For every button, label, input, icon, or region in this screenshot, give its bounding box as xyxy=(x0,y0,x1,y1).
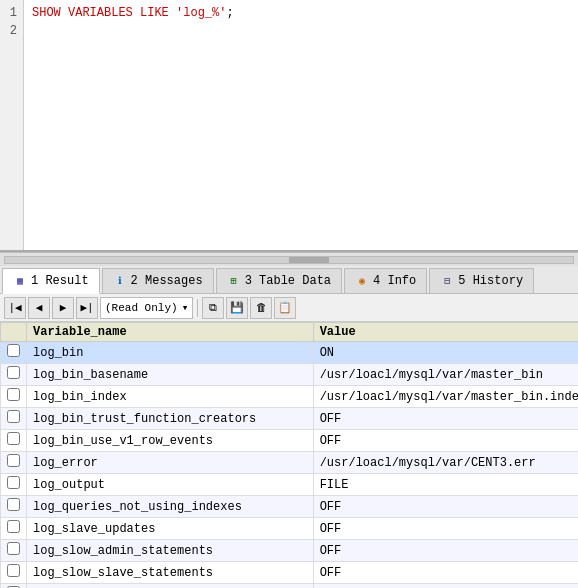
result-table: Variable_name Value log_binONlog_bin_bas… xyxy=(0,322,578,588)
value-cell: 0 xyxy=(313,584,578,589)
table-row[interactable]: log_bin_index/usr/loacl/mysql/var/master… xyxy=(1,386,579,408)
row-checkbox-input[interactable] xyxy=(7,542,20,555)
header-variable-name: Variable_name xyxy=(27,323,314,342)
scroll-thumb[interactable] xyxy=(289,257,329,263)
tab-info[interactable]: ◉ 4 Info xyxy=(344,268,427,293)
tab-history[interactable]: ⊟ 5 History xyxy=(429,268,534,293)
tabs-bar: ▦ 1 Result ℹ 2 Messages ⊞ 3 Table Data ◉… xyxy=(0,266,578,294)
variable-name-cell: log_throttle_queries_not_using_indexes xyxy=(27,584,314,589)
tab-result[interactable]: ▦ 1 Result xyxy=(2,268,100,294)
code-line-1: SHOW VARIABLES LIKE 'log_%'; xyxy=(32,4,570,22)
table-row[interactable]: log_binON xyxy=(1,342,579,364)
tab-history-label: 5 History xyxy=(458,274,523,288)
value-cell: OFF xyxy=(313,540,578,562)
semicolon: ; xyxy=(226,6,233,20)
line-numbers: 1 2 xyxy=(0,0,24,250)
row-checkbox-cell[interactable] xyxy=(1,518,27,540)
string-value: 'log_%' xyxy=(176,6,226,20)
variable-name-cell: log_slow_admin_statements xyxy=(27,540,314,562)
value-cell: OFF xyxy=(313,430,578,452)
row-checkbox-input[interactable] xyxy=(7,520,20,533)
tab-result-label: 1 Result xyxy=(31,274,89,288)
value-cell: /usr/loacl/mysql/var/master_bin.index xyxy=(313,386,578,408)
nav-last-button[interactable]: ▶| xyxy=(76,297,98,319)
table-row[interactable]: log_bin_use_v1_row_eventsOFF xyxy=(1,430,579,452)
row-checkbox-input[interactable] xyxy=(7,344,20,357)
value-cell: OFF xyxy=(313,408,578,430)
edit-mode-value: (Read Only) xyxy=(105,302,178,314)
row-checkbox-cell[interactable] xyxy=(1,474,27,496)
row-checkbox-input[interactable] xyxy=(7,432,20,445)
variable-name-cell: log_output xyxy=(27,474,314,496)
keyword-show: SHOW VARIABLES LIKE xyxy=(32,6,176,20)
scroll-track[interactable] xyxy=(4,256,574,264)
table-row[interactable]: log_bin_basename/usr/loacl/mysql/var/mas… xyxy=(1,364,579,386)
table-row[interactable]: log_slave_updatesOFF xyxy=(1,518,579,540)
grid-icon: ▦ xyxy=(13,274,27,288)
row-checkbox-cell[interactable] xyxy=(1,430,27,452)
line-num-1: 1 xyxy=(6,4,17,22)
copy-button[interactable]: ⧉ xyxy=(202,297,224,319)
row-checkbox-cell[interactable] xyxy=(1,364,27,386)
variable-name-cell: log_bin_trust_function_creators xyxy=(27,408,314,430)
dropdown-arrow-icon: ▾ xyxy=(182,301,189,314)
table-row[interactable]: log_outputFILE xyxy=(1,474,579,496)
tab-tabledata[interactable]: ⊞ 3 Table Data xyxy=(216,268,342,293)
row-checkbox-input[interactable] xyxy=(7,476,20,489)
variable-name-cell: log_slave_updates xyxy=(27,518,314,540)
variable-name-cell: log_slow_slave_statements xyxy=(27,562,314,584)
row-checkbox-input[interactable] xyxy=(7,454,20,467)
export-button[interactable]: 📋 xyxy=(274,297,296,319)
row-checkbox-cell[interactable] xyxy=(1,386,27,408)
table-row[interactable]: log_error/usr/loacl/mysql/var/CENT3.err xyxy=(1,452,579,474)
tab-messages-label: 2 Messages xyxy=(131,274,203,288)
hist-icon: ⊟ xyxy=(440,274,454,288)
row-checkbox-input[interactable] xyxy=(7,564,20,577)
table-row[interactable]: log_slow_admin_statementsOFF xyxy=(1,540,579,562)
value-cell: OFF xyxy=(313,518,578,540)
row-checkbox-cell[interactable] xyxy=(1,540,27,562)
value-cell: OFF xyxy=(313,562,578,584)
tab-messages[interactable]: ℹ 2 Messages xyxy=(102,268,214,293)
row-checkbox-input[interactable] xyxy=(7,498,20,511)
line-num-2: 2 xyxy=(6,22,17,40)
row-checkbox-input[interactable] xyxy=(7,366,20,379)
save-button[interactable]: 💾 xyxy=(226,297,248,319)
delete-button[interactable]: 🗑 xyxy=(250,297,272,319)
tab-info-label: 4 Info xyxy=(373,274,416,288)
row-checkbox-cell[interactable] xyxy=(1,408,27,430)
code-content[interactable]: SHOW VARIABLES LIKE 'log_%'; xyxy=(24,0,578,250)
table-row[interactable]: log_slow_slave_statementsOFF xyxy=(1,562,579,584)
editor-area: 1 2 SHOW VARIABLES LIKE 'log_%'; xyxy=(0,0,578,252)
result-toolbar: |◀ ◀ ▶ ▶| (Read Only) ▾ ⧉ 💾 🗑 📋 xyxy=(0,294,578,322)
row-checkbox-cell[interactable] xyxy=(1,452,27,474)
nav-prev-button[interactable]: ◀ xyxy=(28,297,50,319)
row-checkbox-cell[interactable] xyxy=(1,584,27,589)
value-cell: ON xyxy=(313,342,578,364)
result-table-container[interactable]: Variable_name Value log_binONlog_bin_bas… xyxy=(0,322,578,588)
value-cell: FILE xyxy=(313,474,578,496)
edit-mode-dropdown[interactable]: (Read Only) ▾ xyxy=(100,297,193,319)
msg-icon: ℹ xyxy=(113,274,127,288)
code-line-2 xyxy=(32,22,570,40)
variable-name-cell: log_bin_use_v1_row_events xyxy=(27,430,314,452)
row-checkbox-cell[interactable] xyxy=(1,562,27,584)
variable-name-cell: log_error xyxy=(27,452,314,474)
table-row[interactable]: log_queries_not_using_indexesOFF xyxy=(1,496,579,518)
bottom-section: ▦ 1 Result ℹ 2 Messages ⊞ 3 Table Data ◉… xyxy=(0,266,578,588)
header-value: Value xyxy=(313,323,578,342)
variable-name-cell: log_bin_basename xyxy=(27,364,314,386)
nav-next-button[interactable]: ▶ xyxy=(52,297,74,319)
table-row[interactable]: log_bin_trust_function_creatorsOFF xyxy=(1,408,579,430)
row-checkbox-cell[interactable] xyxy=(1,496,27,518)
variable-name-cell: log_bin_index xyxy=(27,386,314,408)
row-checkbox-input[interactable] xyxy=(7,388,20,401)
horizontal-scrollbar[interactable] xyxy=(0,252,578,266)
nav-first-button[interactable]: |◀ xyxy=(4,297,26,319)
tab-tabledata-label: 3 Table Data xyxy=(245,274,331,288)
table-row[interactable]: log_throttle_queries_not_using_indexes0 xyxy=(1,584,579,589)
header-checkbox xyxy=(1,323,27,342)
value-cell: OFF xyxy=(313,496,578,518)
row-checkbox-input[interactable] xyxy=(7,410,20,423)
row-checkbox-cell[interactable] xyxy=(1,342,27,364)
